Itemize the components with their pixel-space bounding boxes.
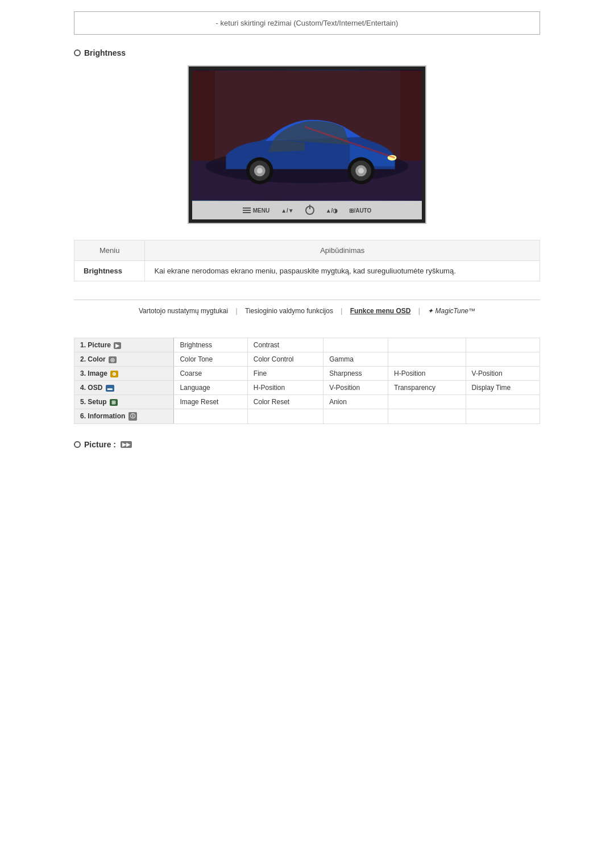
cell-h-position-osd: H-Position [247, 381, 323, 395]
brightness-circle-icon [74, 49, 81, 56]
row-header-information[interactable]: 6. Information ⓘ [74, 409, 174, 424]
svg-rect-12 [192, 70, 215, 160]
cell-language: Language [174, 381, 247, 395]
arrows-button[interactable]: ▲/▼ [281, 207, 294, 214]
adjust-button[interactable]: ▲/◑ [326, 207, 338, 214]
menu-button[interactable]: MENU [243, 207, 269, 214]
cell-transparency: Transparency [388, 381, 466, 395]
information-label: 6. Information [80, 412, 127, 420]
row-header-osd[interactable]: 4. OSD ▬ [74, 381, 174, 395]
cell-v-position-osd: V-Position [323, 381, 388, 395]
top-description-text: - keturi skirtingi režimai (Custom/Text/… [216, 19, 399, 27]
desc-cell-brightness: Kai ekrane nerodomas ekrano meniu, paspa… [145, 261, 540, 281]
cell-v-position-image: V-Position [466, 367, 540, 381]
car-illustration [192, 70, 422, 201]
menu-grid-row-color: 2. Color ◎ Color Tone Color Control Gamm… [74, 352, 540, 367]
row-header-color[interactable]: 2. Color ◎ [74, 352, 174, 367]
adjust-icon: ▲/◑ [326, 207, 338, 214]
auto-button[interactable]: ⊞/AUTO [349, 207, 371, 214]
navigation-links: Vartotojo nustatymų mygtukai | Tiesiogin… [74, 300, 540, 322]
table-row: Brightness Kai ekrane nerodomas ekrano m… [74, 261, 540, 281]
cell-info-empty-5 [466, 409, 540, 424]
cell-empty-2 [388, 338, 466, 352]
monitor-screen [192, 70, 422, 201]
row-header-setup[interactable]: 5. Setup ⊞ [74, 395, 174, 409]
image-icon-badge: ⊕ [110, 371, 118, 377]
picture-circle-icon [74, 441, 81, 448]
cell-brightness: Brightness [174, 338, 247, 352]
menu-label: MENU [253, 207, 269, 214]
cell-empty-4 [388, 352, 466, 367]
nav-link-osd-menu[interactable]: Funkce menu OSD [345, 307, 417, 315]
osd-icon-badge: ▬ [106, 385, 114, 392]
cell-empty-1 [323, 338, 388, 352]
nav-separator-2: | [341, 307, 342, 315]
cell-coarse: Coarse [174, 367, 247, 381]
setup-label: 5. Setup [80, 398, 109, 406]
row-header-image[interactable]: 3. Image ⊕ [74, 367, 174, 381]
svg-point-6 [358, 168, 364, 173]
picture-icon-badge: ▶ [114, 342, 121, 349]
nav-separator-3: | [418, 307, 420, 315]
cell-h-position-image: H-Position [388, 367, 466, 381]
cell-anion: Anion [323, 395, 388, 409]
menu-grid-row-picture: 1. Picture ▶ Brightness Contrast [74, 338, 540, 352]
color-label: 2. Color [80, 355, 107, 363]
cell-info-empty-3 [323, 409, 388, 424]
cell-sharpness: Sharpness [323, 367, 388, 381]
cell-empty-5 [466, 352, 540, 367]
table-header-menu: Meniu [74, 240, 145, 261]
menu-grid-row-osd: 4. OSD ▬ Language H-Position V-Position … [74, 381, 540, 395]
cell-info-empty-1 [174, 409, 247, 424]
menu-cell-brightness: Brightness [74, 261, 145, 281]
cell-color-control: Color Control [247, 352, 323, 367]
picture-title-label: Picture : [84, 440, 116, 449]
nav-link-magictune[interactable]: ✦ MagicTune™ [422, 307, 481, 315]
picture-label: 1. Picture [80, 341, 113, 349]
top-description-box: - keturi skirtingi režimai (Custom/Text/… [74, 11, 540, 35]
auto-icon: ⊞/AUTO [349, 207, 371, 214]
menu-grid-row-information: 6. Information ⓘ [74, 409, 540, 424]
image-label: 3. Image [80, 369, 109, 377]
brightness-section-title: Brightness [74, 48, 540, 57]
arrows-icon: ▲/▼ [281, 207, 294, 214]
osd-label: 4. OSD [80, 384, 105, 392]
setup-icon-badge: ⊞ [110, 399, 118, 406]
monitor-container: MENU ▲/▼ ▲/◑ ⊞/AUTO [74, 65, 540, 224]
monitor-bezel-bottom: MENU ▲/▼ ▲/◑ ⊞/AUTO [192, 201, 422, 219]
cell-empty-6 [388, 395, 466, 409]
cell-color-tone: Color Tone [174, 352, 247, 367]
cell-image-reset: Image Reset [174, 395, 247, 409]
cell-empty-7 [466, 395, 540, 409]
menu-grid-row-setup: 5. Setup ⊞ Image Reset Color Reset Anion [74, 395, 540, 409]
menu-grid-row-image: 3. Image ⊕ Coarse Fine Sharpness H-Posit… [74, 367, 540, 381]
cell-empty-3 [466, 338, 540, 352]
cell-info-empty-2 [247, 409, 323, 424]
cell-contrast: Contrast [247, 338, 323, 352]
brightness-label: Brightness [84, 48, 126, 57]
svg-rect-13 [400, 70, 422, 160]
picture-nav-icon: ▶▶ [121, 441, 132, 448]
row-header-picture[interactable]: 1. Picture ▶ [74, 338, 174, 352]
menu-grid-table: 1. Picture ▶ Brightness Contrast 2. Colo… [74, 338, 540, 424]
nav-link-user-settings[interactable]: Vartotojo nustatymų mygtukai [133, 307, 234, 315]
cell-fine: Fine [247, 367, 323, 381]
cell-info-empty-4 [388, 409, 466, 424]
nav-separator-1: | [235, 307, 237, 315]
power-icon [305, 206, 314, 215]
monitor-frame: MENU ▲/▼ ▲/◑ ⊞/AUTO [188, 65, 426, 224]
nav-link-direct-control[interactable]: Tiesioginio valdymo funkcijos [239, 307, 339, 315]
svg-point-10 [257, 168, 263, 173]
power-button[interactable] [305, 206, 314, 215]
menu-icon [243, 207, 251, 213]
cell-display-time: Display Time [466, 381, 540, 395]
cell-color-reset: Color Reset [247, 395, 323, 409]
table-header-desc: Apibūdinimas [145, 240, 540, 261]
picture-title: Picture : ▶▶ [74, 440, 540, 449]
information-icon-badge: ⓘ [128, 412, 137, 421]
color-icon-badge: ◎ [109, 356, 117, 363]
brightness-info-table: Meniu Apibūdinimas Brightness Kai ekrane… [74, 240, 540, 281]
cell-gamma: Gamma [323, 352, 388, 367]
picture-section: Picture : ▶▶ [74, 440, 540, 449]
